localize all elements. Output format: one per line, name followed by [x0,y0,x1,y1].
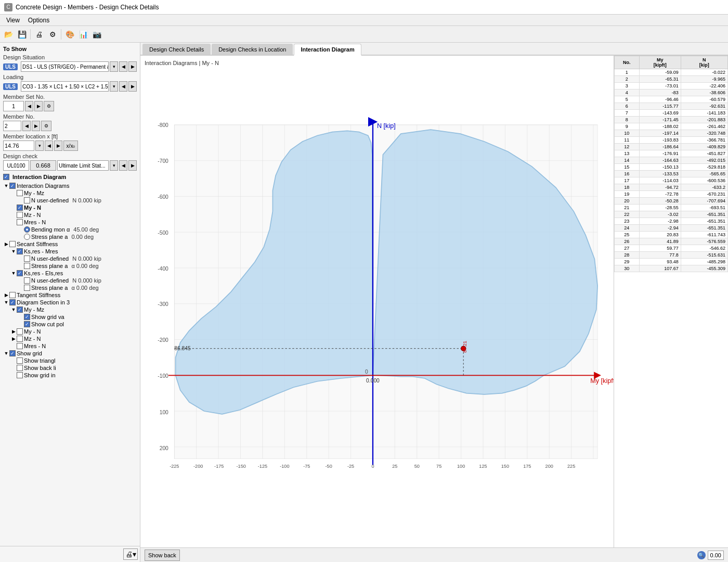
design-situation-dropdown[interactable]: DS1 - ULS (STR/GEO) - Permanent a... [21,61,109,72]
design-check-arrow[interactable]: ▾ [110,160,118,171]
tree-item[interactable]: ▼✓Interaction Diagrams [3,182,137,189]
tree-item[interactable]: N user-defined N 0.000 kip [3,197,137,204]
tree-item[interactable]: ▼✓Ks,res - Mres [3,248,137,255]
toolbar-colors-btn[interactable]: 🎨 [63,28,76,41]
tree-expand[interactable]: ▼ [3,183,9,189]
tree-item[interactable]: Stress plane a 0.00 deg [3,233,137,240]
member-no-next[interactable]: ▶ [32,121,40,131]
tree-item[interactable]: ✓Show cut pol [3,321,137,328]
design-check-type-dropdown[interactable]: Ultimate Limit Stat... [57,160,109,171]
table-row[interactable]: 7-143.69-141.183 [615,110,728,117]
table-row[interactable]: 19-72.78-670.231 [615,191,728,198]
tree-expand[interactable]: ▶ [10,328,17,335]
table-row[interactable]: 2759.77-546.62 [615,245,728,252]
table-row[interactable]: 2520.83-611.743 [615,232,728,238]
design-check-next[interactable]: ▶ [128,160,137,171]
table-row[interactable]: 9-188.02-261.462 [615,123,728,130]
tree-radio[interactable]: ● [24,226,30,233]
tree-checkbox[interactable]: ✓ [24,314,30,320]
tree-checkbox[interactable]: ✓ [17,270,23,276]
toolbar-screenshot-btn[interactable]: 📷 [90,28,103,41]
tree-checkbox[interactable] [17,336,23,342]
design-situation-next[interactable]: ▶ [128,61,137,72]
tree-expand[interactable]: ▼ [3,350,9,356]
tree-checkbox[interactable] [9,292,16,298]
tab-design-check-details[interactable]: Design Check Details [142,44,211,55]
menu-options[interactable]: Options [24,16,54,25]
loading-dropdown[interactable]: CO3 - 1.35 × LC1 + 1.50 × LC2 + 1.50... [21,81,109,92]
tree-checkbox[interactable] [24,197,30,203]
table-row[interactable]: 17-114.03-600.536 [615,177,728,184]
table-row[interactable]: 2-65.31-9.965 [615,76,728,83]
tree-checkbox[interactable] [17,372,23,378]
tree-checkbox[interactable] [17,365,23,371]
interaction-diagram-check[interactable]: ✓ [3,174,9,180]
tree-item[interactable]: Mz - N [3,211,137,219]
tree-expand[interactable]: ▶ [10,336,17,342]
tree-checkbox[interactable] [17,328,23,335]
tree-expand[interactable]: ▼ [10,248,17,254]
toolbar-chart-btn[interactable]: 📊 [77,28,89,41]
member-location-arrow[interactable]: ▾ [35,140,44,151]
tree-item[interactable]: Stress plane a α 0.00 deg [3,284,137,291]
tree-checkbox[interactable] [17,357,23,364]
table-row[interactable]: 5-96.46-60.579 [615,96,728,103]
table-row[interactable]: 2877.8-515.631 [615,252,728,259]
table-row[interactable]: 10-197.14-320.748 [615,130,728,137]
table-row[interactable]: 6-115.77-92.631 [615,103,728,110]
design-situation-arrow[interactable]: ▾ [110,61,118,72]
loading-prev[interactable]: ◀ [119,81,127,92]
tree-item[interactable]: N user-defined N 0.000 kip [3,277,137,284]
member-location-input[interactable]: 14.76 [3,140,34,151]
tree-expand[interactable]: ▼ [3,299,9,305]
tree-item[interactable]: Show back li [3,364,137,372]
tree-item[interactable]: Stress plane a α 0.00 deg [3,262,137,270]
table-row[interactable]: 20-50.28-707.694 [615,198,728,205]
loading-arrow[interactable]: ▾ [110,81,118,92]
toolbar-settings-btn[interactable]: ⚙ [46,28,59,41]
tree-radio[interactable] [24,234,30,240]
table-row[interactable]: 15-150.13-529.818 [615,164,728,171]
table-row[interactable]: 2993.48-485.298 [615,259,728,265]
tree-expand[interactable]: ▶ [3,292,9,298]
table-row[interactable]: 16-133.53-565.65 [615,171,728,177]
table-row[interactable]: 21-28.55-693.51 [615,205,728,211]
tree-checkbox[interactable]: ✓ [17,205,23,211]
tree-expand[interactable]: ▼ [10,306,17,313]
tab-design-checks-location[interactable]: Design Checks in Location [212,44,293,55]
tree-item[interactable]: Mres - N [3,219,137,226]
table-row[interactable]: 8-171.45-201.883 [615,117,728,123]
tree-item[interactable]: ▼✓Show grid [3,350,137,357]
tree-item[interactable]: ▼✓Ks,res - EIs,res [3,270,137,277]
toolbar-print-btn[interactable]: 🖨 [33,28,45,41]
tree-item[interactable]: ▶Tangent Stiffness [3,291,137,299]
table-row[interactable]: 4-83-38.606 [615,90,728,96]
member-location-next[interactable]: ▶ [54,140,62,151]
table-row[interactable]: 14-164.63-492.015 [615,157,728,164]
design-check-code[interactable]: UL0100 [3,160,29,171]
search-icon[interactable]: 🔍 [697,551,706,559]
tree-checkbox[interactable] [24,263,30,269]
table-row[interactable]: 3-73.01-22.406 [615,83,728,90]
tree-item[interactable]: ▶My - N [3,328,137,335]
table-row[interactable]: 11-193.83-366.781 [615,137,728,144]
table-row[interactable]: 30107.67-455.309 [615,265,728,272]
tree-item[interactable]: My - Mz [3,189,137,197]
tree-checkbox[interactable] [24,285,30,291]
member-no-dropdown[interactable]: 2 [3,121,21,131]
toolbar-save-btn[interactable]: 💾 [16,28,28,41]
table-row[interactable]: 24-2.94-651.351 [615,225,728,232]
tree-checkbox[interactable] [17,190,23,196]
tree-item[interactable]: ▼✓Diagram Section in 3 [3,299,137,306]
tree-checkbox[interactable]: ✓ [9,183,16,189]
tree-item[interactable]: Show grid in [3,372,137,379]
tree-checkbox[interactable]: ✓ [24,321,30,327]
member-location-prev[interactable]: ◀ [45,140,53,151]
tree-checkbox[interactable]: ✓ [9,299,16,305]
member-no-action[interactable]: ⚙ [41,121,51,131]
tree-checkbox[interactable]: ✓ [17,248,23,254]
tree-checkbox[interactable] [17,343,23,349]
tree-expand[interactable]: ▶ [3,241,9,247]
tree-item[interactable]: ✓Show grid va [3,313,137,321]
tree-checkbox[interactable] [9,241,16,247]
